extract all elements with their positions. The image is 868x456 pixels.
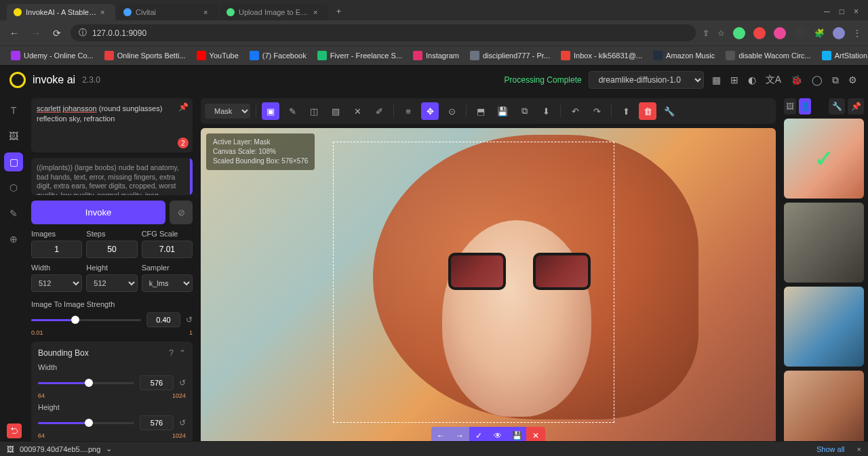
gallery-images-tab[interactable]: 🖼 <box>784 98 796 115</box>
bookmark-item[interactable]: Online Sports Betti... <box>100 49 190 62</box>
gallery-thumbnail[interactable] <box>784 203 864 283</box>
chevron-up-icon[interactable]: ⌃ <box>179 348 186 358</box>
bookmark-item[interactable]: YouTube <box>193 49 243 62</box>
bookmark-item[interactable]: discipliend777 - Pr... <box>466 49 554 62</box>
bug-icon[interactable]: 🐞 <box>789 73 804 87</box>
info-icon[interactable]: ? <box>169 348 174 358</box>
bbox-height-value[interactable] <box>140 415 174 430</box>
invoke-button[interactable]: Invoke <box>31 201 165 224</box>
bookmark-item[interactable]: Inbox - klk56831@... <box>557 49 646 62</box>
save-icon[interactable]: 💾 <box>494 102 511 120</box>
gallery-icon[interactable]: ▦ <box>711 73 722 87</box>
maximize-icon[interactable]: □ <box>840 7 844 16</box>
i2i-strength-slider[interactable] <box>31 319 141 321</box>
close-icon[interactable]: × <box>203 8 212 16</box>
extension-icon[interactable] <box>733 27 745 39</box>
pin-icon[interactable]: 📌 <box>178 102 189 112</box>
i2i-strength-value[interactable] <box>146 312 180 327</box>
forward-button[interactable]: → <box>28 25 43 41</box>
bookmark-item[interactable]: Instagram <box>409 49 463 62</box>
close-icon[interactable]: × <box>313 8 321 16</box>
height-select[interactable]: 512 <box>86 274 137 292</box>
extension-icon[interactable] <box>794 27 806 39</box>
gallery-thumbnail[interactable] <box>784 371 864 451</box>
github-icon[interactable]: ◯ <box>810 73 824 87</box>
training-tab[interactable]: ⊕ <box>4 230 23 249</box>
move-tool-icon[interactable]: ✥ <box>421 102 439 120</box>
language-icon[interactable]: 文A <box>764 72 783 87</box>
reset-icon[interactable]: ↺ <box>186 315 193 325</box>
bookmark-item[interactable]: disable Wacom Circ... <box>722 49 815 62</box>
bbox-width-slider[interactable] <box>38 382 134 384</box>
nodes-tab[interactable]: ⬡ <box>4 178 23 197</box>
model-select[interactable]: dreamlike-diffusion-1.0 <box>589 71 704 89</box>
gallery-thumbnail[interactable]: ✓ <box>784 119 864 199</box>
img2img-tab[interactable]: 🖼 <box>4 127 23 146</box>
back-button[interactable]: ← <box>7 25 22 41</box>
site-info-icon[interactable]: ⓘ <box>79 27 87 39</box>
discord-icon[interactable]: ⧉ <box>831 73 840 87</box>
eraser-tool-icon[interactable]: ◫ <box>305 102 323 120</box>
steps-input[interactable] <box>86 241 137 258</box>
merge-icon[interactable]: ⬒ <box>472 102 490 120</box>
browser-tab[interactable]: Civitai × <box>117 4 218 20</box>
pen-tool-icon[interactable]: ✎ <box>283 102 301 120</box>
menu-icon[interactable]: ⋮ <box>853 28 861 38</box>
gallery-user-tab[interactable]: 👤 <box>799 98 811 115</box>
txt2img-tab[interactable]: T <box>4 101 23 120</box>
console-toggle-button[interactable]: ⮌ <box>7 423 22 438</box>
address-bar[interactable]: ⓘ 127.0.0.1:9090 <box>71 24 696 41</box>
close-window-icon[interactable]: × <box>854 7 859 16</box>
positive-prompt[interactable]: 📌 scarlett johansson (round sunglasses) … <box>31 98 193 152</box>
browser-tab[interactable]: Upload Image to Enlarge & Enh... × <box>220 4 328 20</box>
clear-tool-icon[interactable]: ✕ <box>349 102 366 120</box>
bounding-box[interactable] <box>333 142 614 423</box>
cfg-input[interactable] <box>142 241 193 258</box>
gallery-thumbnail[interactable] <box>784 287 864 367</box>
download-icon[interactable]: ⬇ <box>537 102 555 120</box>
reset-icon[interactable]: ↺ <box>179 378 186 388</box>
chevron-down-icon[interactable]: ⌄ <box>106 444 112 453</box>
minimize-icon[interactable]: ─ <box>824 7 830 16</box>
redo-icon[interactable]: ↷ <box>588 102 606 120</box>
delete-icon[interactable]: 🗑 <box>639 102 656 120</box>
bookmark-star-icon[interactable]: ☆ <box>717 28 725 38</box>
theme-icon[interactable]: ◐ <box>747 73 757 87</box>
postprocess-tab[interactable]: ✎ <box>4 204 23 223</box>
settings-tool-icon[interactable]: 🔧 <box>660 102 678 120</box>
show-all-downloads[interactable]: Show all <box>816 445 845 453</box>
close-downloads-icon[interactable]: × <box>857 445 861 453</box>
bookmark-item[interactable]: Amazon Music <box>649 49 719 62</box>
upload-icon[interactable]: ⬆ <box>617 102 635 120</box>
options-icon[interactable]: ≡ <box>399 102 417 120</box>
unified-canvas-tab[interactable]: ▢ <box>4 152 23 171</box>
brush-tool-icon[interactable]: ▣ <box>262 102 279 120</box>
resize-handle[interactable] <box>190 158 193 195</box>
gallery-pin-icon[interactable]: 📌 <box>848 98 864 115</box>
sampler-select[interactable]: k_lms <box>142 274 193 292</box>
bookmark-item[interactable]: (7) Facebook <box>245 49 311 62</box>
undo-icon[interactable]: ↶ <box>566 102 584 120</box>
copy-icon[interactable]: ⧉ <box>515 102 533 120</box>
extensions-menu-icon[interactable]: 🧩 <box>814 28 825 38</box>
bookmark-item[interactable]: Fiverr - Freelance S... <box>313 49 406 62</box>
canvas[interactable]: Active Layer: Mask Canvas Scale: 108% Sc… <box>201 128 776 456</box>
images-input[interactable] <box>31 241 82 258</box>
model-manager-icon[interactable]: ⊞ <box>729 73 740 87</box>
bookmark-item[interactable]: Udemy - Online Co... <box>7 49 98 62</box>
settings-icon[interactable]: ⚙ <box>847 73 859 87</box>
new-tab-button[interactable]: + <box>330 3 348 20</box>
color-picker-icon[interactable]: ✐ <box>370 102 388 120</box>
browser-tab[interactable]: InvokeAI - A Stable Diffusion To... × <box>7 4 115 20</box>
reset-icon[interactable]: ↺ <box>179 418 186 428</box>
layer-select[interactable]: Mask <box>205 104 250 119</box>
fill-tool-icon[interactable]: ▨ <box>327 102 344 120</box>
width-select[interactable]: 512 <box>31 274 82 292</box>
extension-icon[interactable] <box>753 27 766 39</box>
bbox-height-slider[interactable] <box>38 422 134 424</box>
profile-avatar[interactable] <box>833 27 845 39</box>
bbox-width-value[interactable] <box>140 375 174 390</box>
share-icon[interactable]: ⇪ <box>703 28 709 38</box>
extension-icon[interactable] <box>774 27 786 39</box>
bookmark-item[interactable]: ArtStation - Greg R... <box>818 49 868 62</box>
